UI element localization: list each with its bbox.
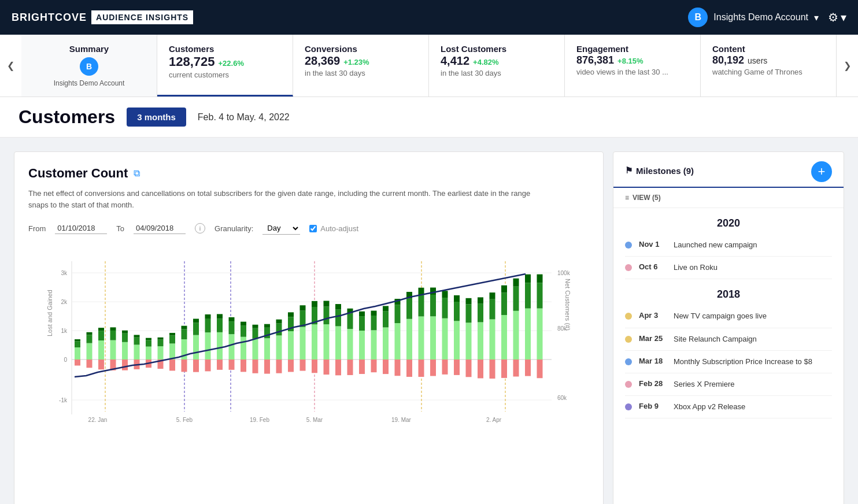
svg-rect-75 [229, 321, 235, 334]
svg-rect-163 [490, 299, 495, 320]
engagement-value-row: 876,381 +8.15% [576, 54, 689, 66]
svg-rect-46 [146, 347, 151, 360]
customers-value: 128,725 [169, 54, 215, 69]
svg-rect-68 [205, 314, 211, 319]
svg-rect-146 [442, 318, 448, 360]
svg-rect-138 [419, 316, 424, 360]
milestones-panel: ⚑ Milestones (9) + ≡ VIEW (5) 2020 Nov 1… [613, 151, 844, 504]
svg-text:22. Jan: 22. Jan [88, 417, 108, 423]
svg-rect-127 [383, 312, 389, 328]
milestones-list: 2020 Nov 1 Launched new campaign Oct 6 L… [613, 208, 844, 504]
account-name: Insights Demo Account [713, 12, 808, 23]
content-value-row: 80,192 users [712, 54, 824, 66]
lost-customers-value-row: 4,412 +4.82% [441, 54, 553, 68]
svg-rect-129 [383, 360, 389, 374]
tab-conversions[interactable]: Conversions 28,369 +1.23% in the last 30… [293, 35, 429, 97]
tab-lost-customers[interactable]: Lost Customers 4,412 +4.82% in the last … [429, 35, 565, 97]
nav-left-arrow[interactable]: ❮ [0, 35, 21, 97]
info-icon[interactable]: i [195, 223, 205, 234]
svg-rect-56 [169, 333, 175, 336]
svg-rect-108 [324, 301, 330, 306]
milestone-text: Site Relaunch Campaign [674, 334, 757, 344]
svg-rect-71 [217, 318, 223, 332]
svg-rect-76 [229, 317, 235, 321]
svg-rect-133 [395, 360, 401, 376]
svg-rect-51 [158, 340, 164, 346]
svg-rect-85 [253, 360, 258, 373]
milestone-date: Mar 25 [639, 334, 667, 343]
chart-wrapper: Lost and Gained Net Customers (#) 3k 2k … [28, 244, 589, 429]
account-button[interactable]: B Insights Demo Account ▾ [688, 8, 819, 27]
milestones-header: ⚑ Milestones (9) + [613, 152, 844, 188]
header-right: B Insights Demo Account ▾ ⚙ ▾ [688, 8, 846, 27]
svg-rect-120 [359, 312, 365, 316]
milestone-text: Launched new campaign [674, 240, 757, 250]
view-filter[interactable]: ≡ VIEW (5) [613, 188, 844, 208]
nav-right-arrow[interactable]: ❯ [837, 35, 858, 97]
add-milestone-button[interactable]: + [811, 161, 832, 182]
milestone-dot [625, 336, 632, 343]
auto-adjust-row: Auto-adjust [309, 224, 358, 233]
svg-rect-159 [478, 303, 483, 322]
milestone-item: Feb 9 Xbox App v2 Release [625, 396, 832, 418]
summary-tab-label: Summary [69, 44, 109, 54]
svg-text:3k: 3k [61, 270, 68, 276]
tab-summary[interactable]: Summary B Insights Demo Account [21, 35, 157, 97]
milestone-dot [625, 381, 632, 388]
svg-rect-100 [300, 305, 306, 310]
to-date-input[interactable] [134, 223, 186, 234]
svg-text:Lost and Gained: Lost and Gained [46, 290, 53, 336]
svg-rect-124 [371, 311, 377, 316]
gear-icon: ⚙ [828, 10, 838, 24]
svg-rect-32 [98, 328, 104, 331]
svg-rect-157 [466, 360, 472, 377]
svg-rect-36 [110, 327, 116, 331]
svg-rect-57 [169, 360, 175, 370]
svg-rect-72 [217, 314, 223, 318]
conversions-value-row: 28,369 +1.23% [305, 54, 417, 68]
auto-adjust-checkbox[interactable] [309, 225, 317, 232]
milestone-item: Mar 18 Monthly Subscription Price Increa… [625, 351, 832, 373]
svg-rect-170 [513, 311, 519, 360]
settings-button[interactable]: ⚙ ▾ [828, 10, 846, 24]
svg-rect-62 [193, 335, 199, 360]
svg-rect-171 [513, 287, 519, 311]
svg-rect-156 [466, 298, 472, 305]
flag-icon: ⚑ [625, 165, 633, 176]
milestone-date: Feb 9 [639, 402, 667, 410]
svg-rect-73 [217, 360, 223, 370]
svg-rect-176 [525, 275, 531, 283]
milestone-item: Apr 3 New TV campaign goes live [625, 305, 832, 328]
months-button[interactable]: 3 months [127, 108, 186, 127]
engagement-tab-label: Engagement [576, 44, 628, 54]
granularity-select[interactable]: Day Week Month [262, 222, 300, 235]
svg-rect-92 [276, 320, 282, 324]
svg-rect-167 [501, 293, 507, 315]
svg-text:2k: 2k [61, 299, 68, 305]
svg-text:2. Apr: 2. Apr [486, 417, 502, 423]
svg-rect-41 [122, 360, 128, 370]
svg-rect-106 [324, 324, 330, 360]
summary-avatar-icon: B [80, 57, 98, 76]
svg-rect-74 [229, 334, 235, 360]
svg-rect-77 [229, 360, 235, 370]
svg-rect-25 [75, 360, 80, 366]
summary-account-name: Insights Demo Account [54, 79, 125, 87]
svg-rect-126 [383, 327, 389, 360]
logo-area: BRIGHTCOVE AUDIENCE INSIGHTS [12, 10, 193, 24]
tab-engagement[interactable]: Engagement 876,381 +8.15% video views in… [565, 35, 701, 97]
app-header: BRIGHTCOVE AUDIENCE INSIGHTS B Insights … [0, 0, 858, 35]
svg-text:5. Feb: 5. Feb [176, 417, 193, 423]
from-date-input[interactable] [55, 223, 107, 234]
tab-customers[interactable]: Customers 128,725 +22.6% current custome… [157, 35, 293, 97]
milestone-text: Series X Premiere [674, 379, 734, 390]
tab-content[interactable]: Content 80,192 users watching Game of Th… [701, 35, 837, 97]
auto-adjust-label: Auto-adjust [320, 224, 358, 233]
content-value: 80,192 [712, 54, 744, 66]
svg-rect-39 [122, 333, 128, 342]
external-link-icon[interactable]: ⧉ [134, 168, 140, 179]
milestone-date: Oct 6 [639, 262, 667, 271]
svg-rect-26 [87, 343, 93, 360]
milestone-text: Xbox App v2 Release [674, 402, 745, 412]
svg-rect-109 [324, 360, 330, 375]
